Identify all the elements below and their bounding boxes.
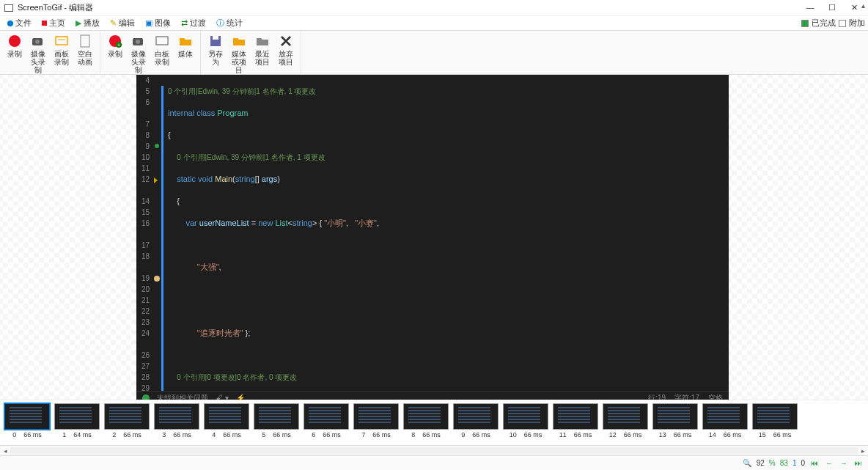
svg-text:+: + [117,43,120,48]
frame-thumb[interactable]: 5 66 ms [254,403,299,444]
frame-thumb[interactable]: 3 66 ms [154,403,199,444]
titlebar: ScreenToGif - 编辑器 — ☐ ✕ [0,0,868,16]
save-icon [7,21,13,26]
zoom-value: 92 [757,459,765,467]
frame-thumb[interactable]: 7 66 ms [353,403,399,444]
menu-home[interactable]: 主页 [37,16,70,30]
brush-icon[interactable]: 🖌 ▾ [216,394,229,400]
edit-icon: ✎ [110,18,117,28]
scroll-track[interactable] [10,447,858,455]
thumb-caption: 9 66 ms [461,431,490,438]
record-icon: + [108,34,122,48]
menu-edit[interactable]: ✎编辑 [106,16,139,30]
frame-thumb[interactable]: 2 66 ms [104,403,150,444]
window-controls: — ☐ ✕ [805,3,859,12]
append-check[interactable] [839,20,846,27]
menu-transition[interactable]: ⇄过渡 [177,16,210,30]
insert-board-button[interactable]: 白板录制 [150,32,174,76]
done-check-icon [801,20,809,27]
frame-thumb[interactable]: 12 66 ms [603,403,648,444]
breakpoint-icon[interactable] [155,144,159,148]
svg-rect-3 [56,37,67,45]
maximize-button[interactable]: ☐ [827,3,837,12]
thumb-caption: 7 66 ms [361,431,391,438]
frame-thumb[interactable]: 0 66 ms [4,403,50,444]
nav-first-icon[interactable]: ⏮ [809,458,820,469]
minimize-button[interactable]: — [805,3,815,12]
scroll-left[interactable]: ◂ [0,447,10,455]
insert-record-button[interactable]: +录制 [103,32,127,76]
blank-button[interactable]: 空白动画 [73,32,97,76]
screen-record-button[interactable]: 画板录制 [50,32,73,76]
nav-last-icon[interactable]: ⏭ [853,458,864,469]
status-ok-icon [142,394,150,400]
close-button[interactable]: ✕ [849,3,859,12]
status-message: 未找到相关问题 [157,393,208,400]
menu-file[interactable]: 文件 [3,16,36,30]
close-icon [279,34,293,48]
status-chars[interactable]: 字符:17 [674,393,699,400]
frame-thumbnails: 0 66 ms1 64 ms2 66 ms3 66 ms4 66 ms5 66 … [0,400,868,445]
frame-thumb[interactable]: 13 66 ms [652,403,698,444]
menu-play[interactable]: ▶播放 [71,16,104,30]
ribbon-collapse[interactable]: ▴ [861,1,865,10]
thumb-caption: 2 66 ms [112,431,141,438]
window-title: ScreenToGif - 编辑器 [18,2,805,13]
transition-icon: ⇄ [181,18,188,28]
discard-button[interactable]: 放弃项目 [274,32,298,76]
pointer-icon [154,177,158,183]
frame-thumb[interactable]: 11 66 ms [553,403,598,444]
frame-thumb[interactable]: 6 66 ms [304,403,349,444]
zoom-icon[interactable]: 🔍 [742,458,752,469]
sel-count: 83 [780,459,788,467]
code-view[interactable]: 0 个引用|Edwin, 39 分钟前|1 名作者, 1 项更改 interna… [163,75,729,391]
lightbulb-icon[interactable] [154,276,160,282]
frame-thumb[interactable]: 10 66 ms [503,403,548,444]
folder-icon [178,34,193,48]
menu-stats[interactable]: ⓘ统计 [212,16,247,30]
indicator-gutter [154,75,161,391]
svg-rect-11 [156,37,168,45]
thumb-caption: 13 66 ms [659,431,692,438]
frame-thumb[interactable]: 15 66 ms [752,403,798,444]
status-spaces[interactable]: 空格 [708,393,723,400]
frame-thumb[interactable]: 1 64 ms [54,403,100,444]
home-icon [42,21,47,26]
frame-thumb[interactable]: 9 66 ms [453,403,499,444]
thumb-image [204,403,249,430]
thumb-image [453,403,499,430]
thumb-caption: 6 66 ms [312,431,341,438]
frame-thumb[interactable]: 4 66 ms [204,403,249,444]
zero-count: 0 [801,459,805,467]
status-line[interactable]: 行:19 [648,393,666,400]
nav-next-icon[interactable]: → [839,458,849,469]
ribbon-group-insert: +录制 摄像头录制 白板录制 媒体 插入 [100,31,201,74]
pct-label: % [769,459,776,467]
thumbnail-scrollbar[interactable]: ◂ ▸ [0,445,868,455]
canvas[interactable]: 4567891011121415161718192021222324262728… [0,75,868,400]
thumb-image [702,403,748,430]
svg-point-0 [9,35,21,47]
append-label: 附加 [849,18,865,29]
svg-point-10 [136,40,140,44]
svg-rect-5 [81,35,89,47]
thumb-caption: 15 66 ms [759,431,792,438]
insert-camera-button[interactable]: 摄像头录制 [127,32,150,76]
menu-image[interactable]: ▣图像 [141,16,175,30]
thumb-image [503,403,548,430]
nav-prev-icon[interactable]: ← [824,458,834,469]
camera-record-button[interactable]: 摄像头录制 [26,32,50,76]
folder-open-icon [255,34,270,48]
scroll-right[interactable]: ▸ [858,447,868,455]
insert-media-button[interactable]: 媒体 [174,32,197,76]
saveas-button[interactable]: 另存为 [204,32,227,76]
thumb-image [54,403,100,430]
frame-thumb[interactable]: 8 66 ms [403,403,449,444]
ribbon-group-file: 另存为 媒体或项目 最近项目 放弃项目 文件 [201,31,301,74]
recent-projects-button[interactable]: 最近项目 [251,32,274,76]
record-button[interactable]: 录制 [3,32,26,76]
thumb-image [752,403,798,430]
recent-media-button[interactable]: 媒体或项目 [227,32,251,76]
ribbon-group-new: 录制 摄像头录制 画板录制 空白动画 新建 [0,31,100,74]
frame-thumb[interactable]: 14 66 ms [702,403,748,444]
